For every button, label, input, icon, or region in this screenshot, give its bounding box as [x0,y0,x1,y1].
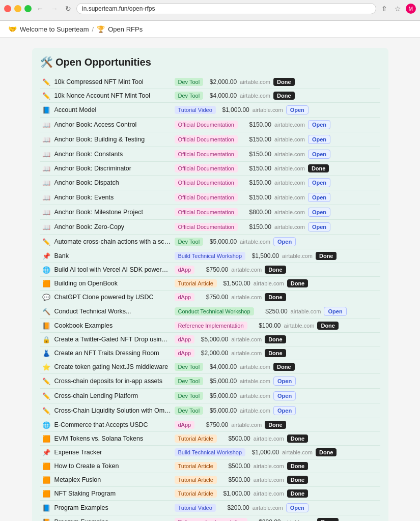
table-row[interactable]: 📖 Anchor Book: Access Control Official D… [40,118,380,132]
item-tag: Official Documentation [175,193,238,201]
item-icon: ✏️ [41,238,51,246]
item-name: Build AI tool with Vercel AI SDK powered… [54,266,172,273]
table-row[interactable]: 🌐 Build AI tool with Vercel AI SDK power… [40,263,380,277]
item-source: airtable.com [274,136,305,142]
item-amount: $4,000.00 [206,363,237,370]
item-status: Open [273,237,296,246]
reload-button[interactable]: ↻ [63,4,73,14]
item-status: Done [316,448,337,456]
table-row[interactable]: ✏️ Cross-chain Lending Platform Dev Tool… [40,389,380,403]
item-name: NFT Staking Program [54,490,172,497]
item-icon: 📖 [41,209,51,216]
table-row[interactable]: 💬 ChatGPT Clone powered by USDC dApp $75… [40,291,380,304]
table-row[interactable]: 🟧 EVM Tokens vs. Solana Tokens Tutorial … [40,432,380,446]
item-icon: ✏️ [41,378,51,385]
item-status: Done [265,335,286,343]
item-tag: dApp [175,266,195,274]
table-row[interactable]: 📌 Expense Tracker Build Technical Worksh… [40,446,380,459]
table-row[interactable]: ✏️ 10k Compressed NFT Mint Tool Dev Tool… [40,75,380,89]
item-amount: $1,000.00 [220,490,250,497]
table-row[interactable]: 📖 Anchor Book: Discriminator Official Do… [40,162,380,176]
item-source: airtable.com [231,267,262,273]
item-amount: $5,000.00 [206,378,237,385]
profile-avatar[interactable]: M [406,4,416,14]
table-row[interactable]: 🟧 NFT Staking Program Tutorial Article $… [40,487,380,501]
table-row[interactable]: ✏️ Cross-chain deposits for in-app asset… [40,374,380,389]
item-tag: Dev Tool [175,78,204,86]
item-name: Bank [54,252,172,259]
item-amount: $2,000.00 [198,350,228,357]
item-icon: ✏️ [41,78,51,86]
table-row[interactable]: 📖 Anchor Book: Events Official Documenta… [40,190,380,205]
maximize-button[interactable] [24,5,32,12]
item-status: Open [308,120,330,129]
item-source: airtable.com [231,350,262,356]
table-row[interactable]: 📖 Anchor Book: Milestone Project Officia… [40,205,380,220]
table-row[interactable]: 🔒 Create a Twitter-Gated NFT Drop using … [40,333,380,346]
table-row[interactable]: 👗 Create an NFT Traits Dressing Room dAp… [40,346,380,360]
item-tag: Tutorial Article [175,476,217,484]
table-row[interactable]: 📖 Anchor Book: Zero-Copy Official Docume… [40,220,380,235]
toolbar-icons: ⇧ ☆ M [379,4,416,14]
item-status: Open [308,222,330,231]
table-row[interactable]: 📘 Program Examples Tutorial Video $200.0… [40,501,380,515]
table-row[interactable]: ⭐ Create token gating Next.JS middleware… [40,360,380,374]
item-source: airtable.com [253,505,283,511]
item-icon: 🟧 [41,462,51,470]
table-row[interactable]: ✏️ 10k Nonce Account NFT Mint Tool Dev T… [40,89,380,103]
back-button[interactable]: ← [35,4,46,14]
minimize-button[interactable] [14,5,21,12]
table-row[interactable]: ✏️ Cross-Chain Liquidity Solution with O… [40,403,380,418]
table-row[interactable]: 📙 Program Examples Reference Implementat… [40,515,380,521]
item-source: airtable.com [240,93,270,99]
item-status: Open [308,208,330,217]
item-source: airtable.com [254,436,284,442]
table-row[interactable]: 📙 Cookbook Examples Reference Implementa… [40,319,380,333]
table-row[interactable]: 🟧 How to Create a Token Tutorial Article… [40,459,380,473]
table-row[interactable]: 🌐 E-Commerce that Accepts USDC dApp $750… [40,418,380,432]
item-icon: 📖 [41,179,51,187]
item-source: airtable.com [231,336,262,342]
breadcrumb-separator: / [92,25,94,33]
item-source: airtable.com [282,449,313,455]
table-row[interactable]: 📘 Account Model Tutorial Video $1,000.00… [40,103,380,118]
item-source: airtable.com [240,378,270,384]
table-row[interactable]: ✏️ Automate cross-chain actions with a s… [40,235,380,249]
table-row[interactable]: 📖 Anchor Book: Dispatch Official Documen… [40,176,380,190]
star-icon[interactable]: ☆ [393,4,403,14]
item-tag: Official Documentation [175,164,238,172]
item-name: Cross-chain deposits for in-app assets [54,378,172,385]
item-icon: 🌐 [41,421,51,429]
item-name: Anchor Book: Discriminator [54,165,172,172]
item-icon: 📘 [41,106,51,114]
table-row[interactable]: 🔨 Conduct Technical Works... Conduct Tec… [40,304,380,319]
table-row[interactable]: 📖 Anchor Book: Building & Testing Offici… [40,132,380,147]
table-row[interactable]: 🟧 Building on OpenBook Tutorial Article … [40,277,380,291]
item-status: Open [273,391,296,400]
item-name: Automate cross-chain actions with a sch.… [54,238,172,245]
item-status: Open [273,377,296,386]
item-source: airtable.com [240,408,270,414]
item-source: airtable.com [284,323,315,329]
table-row[interactable]: 📖 Anchor Book: Constants Official Docume… [40,147,380,162]
item-status: Done [308,164,329,172]
item-icon: 📌 [41,449,51,456]
item-amount: $1,500.00 [248,252,279,259]
table-row[interactable]: 🟧 Metaplex Fusion Tutorial Article $500.… [40,473,380,487]
item-source: airtable.com [240,239,270,245]
breadcrumb-home[interactable]: Welcome to Superteam [20,25,89,33]
table-row[interactable]: 📌 Bank Build Technical Workshop $1,500.0… [40,249,380,263]
item-amount: $250.00 [257,308,288,315]
item-status: Open [286,105,309,114]
item-name: ChatGPT Clone powered by USDC [54,294,172,301]
item-amount: $150.00 [241,179,271,186]
item-icon: 🟧 [41,435,51,443]
browser-toolbar: ← → ↻ in.superteam.fun/open-rfps ⇧ ☆ M [4,3,416,14]
close-button[interactable] [4,5,11,12]
share-icon[interactable]: ⇧ [379,4,389,14]
forward-button[interactable]: → [49,4,60,14]
item-amount: $200.00 [219,504,249,511]
address-bar[interactable]: in.superteam.fun/open-rfps [76,3,376,14]
item-status: Open [308,135,330,144]
breadcrumb-icon: 🏆 [97,25,105,33]
